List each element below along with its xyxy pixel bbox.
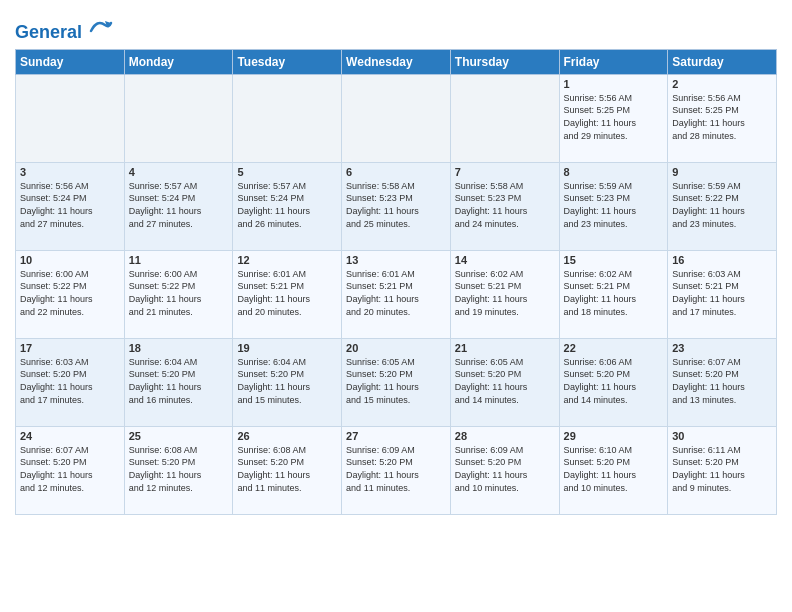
- calendar-week-row: 1Sunrise: 5:56 AM Sunset: 5:25 PM Daylig…: [16, 74, 777, 162]
- day-info: Sunrise: 6:05 AM Sunset: 5:20 PM Dayligh…: [346, 356, 446, 406]
- calendar-cell: 11Sunrise: 6:00 AM Sunset: 5:22 PM Dayli…: [124, 250, 233, 338]
- weekday-header: Wednesday: [342, 49, 451, 74]
- calendar-cell: 20Sunrise: 6:05 AM Sunset: 5:20 PM Dayli…: [342, 338, 451, 426]
- day-number: 14: [455, 254, 555, 266]
- day-info: Sunrise: 5:58 AM Sunset: 5:23 PM Dayligh…: [455, 180, 555, 230]
- day-info: Sunrise: 5:59 AM Sunset: 5:22 PM Dayligh…: [672, 180, 772, 230]
- calendar-cell: 29Sunrise: 6:10 AM Sunset: 5:20 PM Dayli…: [559, 426, 668, 514]
- calendar-cell: [124, 74, 233, 162]
- day-number: 11: [129, 254, 229, 266]
- calendar-cell: 7Sunrise: 5:58 AM Sunset: 5:23 PM Daylig…: [450, 162, 559, 250]
- calendar-cell: 16Sunrise: 6:03 AM Sunset: 5:21 PM Dayli…: [668, 250, 777, 338]
- calendar-cell: 2Sunrise: 5:56 AM Sunset: 5:25 PM Daylig…: [668, 74, 777, 162]
- day-number: 2: [672, 78, 772, 90]
- day-info: Sunrise: 5:56 AM Sunset: 5:25 PM Dayligh…: [672, 92, 772, 142]
- weekday-header: Thursday: [450, 49, 559, 74]
- calendar-body: 1Sunrise: 5:56 AM Sunset: 5:25 PM Daylig…: [16, 74, 777, 514]
- calendar-cell: 18Sunrise: 6:04 AM Sunset: 5:20 PM Dayli…: [124, 338, 233, 426]
- day-info: Sunrise: 6:10 AM Sunset: 5:20 PM Dayligh…: [564, 444, 664, 494]
- day-number: 15: [564, 254, 664, 266]
- calendar-cell: 4Sunrise: 5:57 AM Sunset: 5:24 PM Daylig…: [124, 162, 233, 250]
- calendar-cell: 28Sunrise: 6:09 AM Sunset: 5:20 PM Dayli…: [450, 426, 559, 514]
- weekday-header: Friday: [559, 49, 668, 74]
- calendar-cell: 25Sunrise: 6:08 AM Sunset: 5:20 PM Dayli…: [124, 426, 233, 514]
- calendar-week-row: 3Sunrise: 5:56 AM Sunset: 5:24 PM Daylig…: [16, 162, 777, 250]
- day-info: Sunrise: 5:57 AM Sunset: 5:24 PM Dayligh…: [129, 180, 229, 230]
- day-number: 12: [237, 254, 337, 266]
- logo-text: General: [15, 14, 113, 43]
- day-info: Sunrise: 5:59 AM Sunset: 5:23 PM Dayligh…: [564, 180, 664, 230]
- day-number: 24: [20, 430, 120, 442]
- day-info: Sunrise: 6:02 AM Sunset: 5:21 PM Dayligh…: [564, 268, 664, 318]
- day-info: Sunrise: 5:56 AM Sunset: 5:24 PM Dayligh…: [20, 180, 120, 230]
- day-number: 29: [564, 430, 664, 442]
- day-info: Sunrise: 6:07 AM Sunset: 5:20 PM Dayligh…: [20, 444, 120, 494]
- calendar-cell: 9Sunrise: 5:59 AM Sunset: 5:22 PM Daylig…: [668, 162, 777, 250]
- day-info: Sunrise: 6:07 AM Sunset: 5:20 PM Dayligh…: [672, 356, 772, 406]
- day-number: 13: [346, 254, 446, 266]
- day-number: 19: [237, 342, 337, 354]
- day-number: 30: [672, 430, 772, 442]
- day-number: 1: [564, 78, 664, 90]
- calendar-cell: 23Sunrise: 6:07 AM Sunset: 5:20 PM Dayli…: [668, 338, 777, 426]
- calendar-cell: 6Sunrise: 5:58 AM Sunset: 5:23 PM Daylig…: [342, 162, 451, 250]
- weekday-header: Tuesday: [233, 49, 342, 74]
- day-info: Sunrise: 6:00 AM Sunset: 5:22 PM Dayligh…: [129, 268, 229, 318]
- day-number: 3: [20, 166, 120, 178]
- day-number: 21: [455, 342, 555, 354]
- calendar-cell: 22Sunrise: 6:06 AM Sunset: 5:20 PM Dayli…: [559, 338, 668, 426]
- day-info: Sunrise: 5:57 AM Sunset: 5:24 PM Dayligh…: [237, 180, 337, 230]
- day-number: 23: [672, 342, 772, 354]
- logo: General: [15, 14, 113, 43]
- day-number: 25: [129, 430, 229, 442]
- day-number: 17: [20, 342, 120, 354]
- day-number: 9: [672, 166, 772, 178]
- calendar-cell: 1Sunrise: 5:56 AM Sunset: 5:25 PM Daylig…: [559, 74, 668, 162]
- day-info: Sunrise: 6:04 AM Sunset: 5:20 PM Dayligh…: [129, 356, 229, 406]
- calendar-cell: [16, 74, 125, 162]
- calendar-cell: 17Sunrise: 6:03 AM Sunset: 5:20 PM Dayli…: [16, 338, 125, 426]
- calendar-header-row: SundayMondayTuesdayWednesdayThursdayFrid…: [16, 49, 777, 74]
- calendar-cell: 12Sunrise: 6:01 AM Sunset: 5:21 PM Dayli…: [233, 250, 342, 338]
- day-number: 7: [455, 166, 555, 178]
- day-info: Sunrise: 6:03 AM Sunset: 5:20 PM Dayligh…: [20, 356, 120, 406]
- day-number: 6: [346, 166, 446, 178]
- day-info: Sunrise: 6:01 AM Sunset: 5:21 PM Dayligh…: [346, 268, 446, 318]
- calendar-cell: 10Sunrise: 6:00 AM Sunset: 5:22 PM Dayli…: [16, 250, 125, 338]
- day-number: 10: [20, 254, 120, 266]
- day-info: Sunrise: 6:01 AM Sunset: 5:21 PM Dayligh…: [237, 268, 337, 318]
- day-info: Sunrise: 6:08 AM Sunset: 5:20 PM Dayligh…: [129, 444, 229, 494]
- day-info: Sunrise: 6:11 AM Sunset: 5:20 PM Dayligh…: [672, 444, 772, 494]
- day-number: 26: [237, 430, 337, 442]
- calendar-cell: 24Sunrise: 6:07 AM Sunset: 5:20 PM Dayli…: [16, 426, 125, 514]
- logo-icon: [89, 14, 113, 38]
- day-info: Sunrise: 5:56 AM Sunset: 5:25 PM Dayligh…: [564, 92, 664, 142]
- calendar-week-row: 10Sunrise: 6:00 AM Sunset: 5:22 PM Dayli…: [16, 250, 777, 338]
- calendar-cell: 26Sunrise: 6:08 AM Sunset: 5:20 PM Dayli…: [233, 426, 342, 514]
- day-info: Sunrise: 6:05 AM Sunset: 5:20 PM Dayligh…: [455, 356, 555, 406]
- day-number: 28: [455, 430, 555, 442]
- calendar-cell: 19Sunrise: 6:04 AM Sunset: 5:20 PM Dayli…: [233, 338, 342, 426]
- day-info: Sunrise: 6:02 AM Sunset: 5:21 PM Dayligh…: [455, 268, 555, 318]
- calendar-cell: 8Sunrise: 5:59 AM Sunset: 5:23 PM Daylig…: [559, 162, 668, 250]
- day-info: Sunrise: 6:09 AM Sunset: 5:20 PM Dayligh…: [455, 444, 555, 494]
- day-number: 4: [129, 166, 229, 178]
- day-info: Sunrise: 6:00 AM Sunset: 5:22 PM Dayligh…: [20, 268, 120, 318]
- calendar-cell: 30Sunrise: 6:11 AM Sunset: 5:20 PM Dayli…: [668, 426, 777, 514]
- day-info: Sunrise: 6:08 AM Sunset: 5:20 PM Dayligh…: [237, 444, 337, 494]
- day-number: 18: [129, 342, 229, 354]
- day-info: Sunrise: 6:06 AM Sunset: 5:20 PM Dayligh…: [564, 356, 664, 406]
- calendar-cell: 5Sunrise: 5:57 AM Sunset: 5:24 PM Daylig…: [233, 162, 342, 250]
- calendar-cell: 14Sunrise: 6:02 AM Sunset: 5:21 PM Dayli…: [450, 250, 559, 338]
- calendar-cell: [450, 74, 559, 162]
- calendar-cell: 3Sunrise: 5:56 AM Sunset: 5:24 PM Daylig…: [16, 162, 125, 250]
- day-number: 22: [564, 342, 664, 354]
- weekday-header: Sunday: [16, 49, 125, 74]
- day-info: Sunrise: 6:04 AM Sunset: 5:20 PM Dayligh…: [237, 356, 337, 406]
- calendar-table: SundayMondayTuesdayWednesdayThursdayFrid…: [15, 49, 777, 515]
- page-header: General: [15, 10, 777, 43]
- day-info: Sunrise: 5:58 AM Sunset: 5:23 PM Dayligh…: [346, 180, 446, 230]
- weekday-header: Saturday: [668, 49, 777, 74]
- day-number: 5: [237, 166, 337, 178]
- weekday-header: Monday: [124, 49, 233, 74]
